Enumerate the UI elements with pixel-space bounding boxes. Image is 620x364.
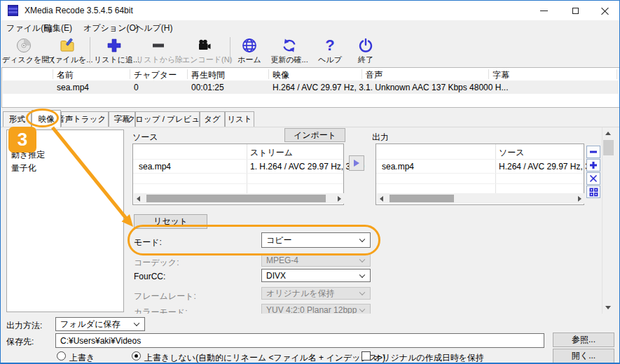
question-icon: ? <box>314 36 346 55</box>
window-title: XMedia Recode 3.5.4.5 64bit <box>25 6 133 15</box>
output-table: ソース sea.mp4 H.264 / AVC 29.97 Hz, 384 <box>376 144 584 205</box>
keep-date-checkbox[interactable] <box>361 351 371 360</box>
power-icon <box>349 36 383 55</box>
scroll-down-icon[interactable] <box>605 306 611 309</box>
codec-label: コーデック: <box>134 257 179 269</box>
no-overwrite-radio-label[interactable]: 上書きしない(自動的にリネーム <ファイル名 + インデックス>) <box>144 352 385 364</box>
close-button[interactable] <box>589 1 620 20</box>
overwrite-radio[interactable] <box>57 351 66 360</box>
output-method-label: 出力方法: <box>6 320 42 332</box>
annotation-highlight-mode-row <box>128 225 380 255</box>
menu-help[interactable]: ヘルプ(H) <box>132 22 176 35</box>
column-video[interactable]: 映像 <box>273 69 289 81</box>
stream-column-header[interactable]: ストリーム <box>250 147 293 159</box>
save-to-label: 保存先: <box>6 336 34 348</box>
tree-item-quantization[interactable]: 量子化 <box>7 162 123 175</box>
output-row-source[interactable]: H.264 / AVC 29.97 Hz, 384 <box>499 162 599 172</box>
minimize-icon <box>540 10 548 11</box>
fourcc-label: FourCC: <box>134 272 165 281</box>
open-file-button[interactable]: ファイルを... <box>47 36 88 65</box>
scroll-thumb[interactable] <box>146 195 326 202</box>
output-method-select[interactable]: フォルダに保存 <box>55 317 145 331</box>
exit-button[interactable]: 終了 <box>349 36 383 65</box>
tab-tag[interactable]: タグ <box>200 111 225 127</box>
remove-from-list-button[interactable]: リストから除... <box>136 36 180 65</box>
scroll-thumb[interactable] <box>390 195 454 202</box>
column-duration[interactable]: 再生時間 <box>191 69 225 81</box>
overwrite-radio-label[interactable]: 上書き <box>69 352 95 364</box>
scroll-left-icon[interactable] <box>137 196 140 202</box>
arrow-right-icon <box>354 160 359 167</box>
file-chapter: 0 <box>134 83 139 92</box>
minimize-button[interactable] <box>528 1 560 20</box>
file-name: sea.mp4 <box>57 83 89 92</box>
encode-button[interactable]: エンコード(N) <box>182 36 227 65</box>
stream-remove-button[interactable] <box>586 146 600 158</box>
minus-icon <box>136 36 180 55</box>
file-video: H.264 / AVC 29.97 Hz, 3... <box>273 83 371 92</box>
stream-matrix-button[interactable] <box>586 186 600 198</box>
file-audio: 1. Unknown AAC 137 Kbps 48000 H... <box>366 83 508 92</box>
check-updates-button[interactable]: 更新の確... <box>268 36 311 65</box>
plus-icon <box>94 36 134 55</box>
app-window: XMedia Recode 3.5.4.5 64bit ファイル(F) 編集(E… <box>0 0 620 364</box>
chevron-down-icon <box>359 307 365 312</box>
file-duration: 00:01:25 <box>191 83 224 92</box>
browse-button[interactable]: 参照... <box>553 332 614 347</box>
framerate-select: オリジナルを保持 <box>261 287 371 300</box>
file-list: 名前 チャプター 再生時間 映像 音声 字幕 sea.mp4 0 00:01:2… <box>1 67 620 108</box>
encode-camera-icon <box>182 36 227 55</box>
open-disc-button[interactable]: ディスクを開く <box>2 36 46 65</box>
codec-select: MPEG-4 <box>261 254 371 267</box>
scroll-right-icon[interactable] <box>578 196 581 202</box>
plus-icon <box>589 161 598 169</box>
tab-list[interactable]: リスト <box>225 111 254 127</box>
home-button[interactable]: ホーム <box>234 36 265 65</box>
help-button[interactable]: ? ヘルプ <box>314 36 346 65</box>
output-source-column-header[interactable]: ソース <box>499 147 525 159</box>
fourcc-select[interactable]: DIVX <box>261 269 371 282</box>
scroll-thumb[interactable] <box>603 140 614 155</box>
scroll-up-icon[interactable] <box>605 132 611 135</box>
menu-bar: ファイル(F) 編集(E) オプション(O) ヘルプ(H) <box>1 20 619 34</box>
keep-date-checkbox-label[interactable]: オリジナルの作成日時を保持 <box>373 352 484 364</box>
output-row-name[interactable]: sea.mp4 <box>382 162 414 172</box>
column-name[interactable]: 名前 <box>57 69 74 81</box>
grid-icon <box>589 188 598 197</box>
stream-delete-button[interactable] <box>586 172 600 185</box>
source-label: ソース <box>132 132 158 144</box>
source-hscrollbar[interactable] <box>134 193 344 204</box>
no-overwrite-radio[interactable] <box>132 351 141 360</box>
annotation-ellipse-video-tab <box>26 108 59 127</box>
transfer-button[interactable] <box>349 155 364 171</box>
output-label: 出力 <box>372 132 389 144</box>
menu-edit[interactable]: 編集(E) <box>41 22 75 35</box>
app-logo-icon <box>8 5 18 16</box>
scroll-left-icon[interactable] <box>380 196 383 202</box>
output-hscrollbar[interactable] <box>377 193 584 204</box>
title-bar: XMedia Recode 3.5.4.5 64bit <box>1 1 619 20</box>
panel-vscrollbar[interactable] <box>602 127 614 314</box>
save-path-input[interactable]: C:¥Users¥aki¥Videos <box>55 333 544 348</box>
stream-add-button[interactable] <box>586 159 600 172</box>
chevron-down-icon <box>359 290 365 295</box>
column-chapter[interactable]: チャプター <box>134 69 177 81</box>
tab-crop-preview[interactable]: クロップ / プレビュー <box>135 111 200 127</box>
import-button[interactable]: インポート <box>284 128 345 142</box>
x-icon <box>589 174 598 183</box>
refresh-icon <box>268 36 311 55</box>
source-row-stream[interactable]: 1. H.264 / AVC 29.97 Hz, 3840 <box>250 162 364 172</box>
open-button[interactable]: 開く... <box>553 349 614 363</box>
globe-icon <box>234 36 265 55</box>
tab-audio-track-1[interactable]: 音声トラック 1 <box>61 111 109 127</box>
toolbar: ディスクを開く ファイルを... リストに追... リ <box>1 34 619 66</box>
add-to-list-button[interactable]: リストに追... <box>94 36 134 65</box>
scroll-right-icon[interactable] <box>338 196 341 202</box>
file-row[interactable]: sea.mp4 0 00:01:25 H.264 / AVC 29.97 Hz,… <box>3 80 619 94</box>
maximize-button[interactable] <box>560 1 591 20</box>
column-audio[interactable]: 音声 <box>366 69 383 81</box>
source-row-name[interactable]: sea.mp4 <box>139 162 171 172</box>
framerate-label: フレームレート: <box>134 290 196 302</box>
column-subtitle[interactable]: 字幕 <box>492 69 509 81</box>
maximize-icon <box>572 8 579 14</box>
